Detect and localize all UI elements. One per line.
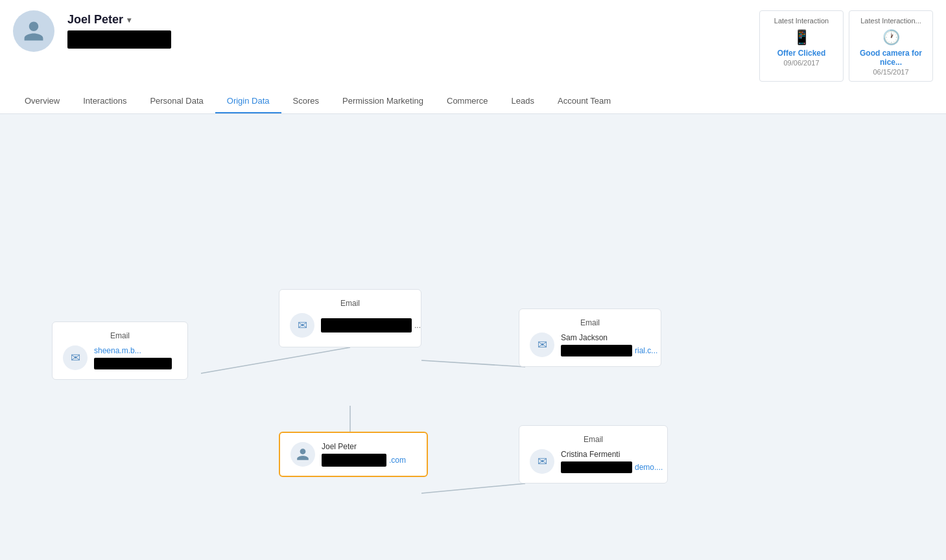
cristina-email-suffix: demo....: [635, 463, 663, 472]
user-name-heading[interactable]: Joel Peter ▾: [67, 13, 171, 27]
svg-line-0: [201, 347, 350, 373]
node-cristina-text: Cristina Fermenti demo....: [561, 450, 663, 473]
envelope-icon-2: ✉: [290, 313, 314, 338]
node-cristina-inner: ✉ Cristina Fermenti demo....: [530, 449, 657, 474]
node-joel-peter-text: Joel Peter .com: [322, 442, 406, 467]
header: Joel Peter ▾ Latest Interaction 📱 Offer …: [0, 0, 946, 114]
tab-leads[interactable]: Leads: [500, 89, 546, 113]
node-top-center[interactable]: Email ✉ ...: [279, 289, 421, 347]
node-sheena-inner: ✉ sheena.m.b...: [63, 345, 177, 370]
tab-commerce[interactable]: Commerce: [435, 89, 500, 113]
card-label-1: Good camera for nice...: [856, 49, 926, 67]
sheena-email-link[interactable]: sheena.m.b...: [94, 346, 172, 355]
joel-peter-name: Joel Peter: [322, 442, 406, 451]
user-name-text: Joel Peter: [67, 13, 123, 27]
node-sheena-text: sheena.m.b...: [94, 346, 172, 369]
tab-origin-data[interactable]: Origin Data: [215, 89, 281, 113]
card-title-0: Latest Interaction: [766, 16, 836, 25]
interaction-cards: Latest Interaction 📱 Offer Clicked 09/06…: [759, 10, 933, 82]
node-joel-peter-inner: Joel Peter .com: [290, 442, 416, 467]
node-sam-inner: ✉ Sam Jackson rial.c...: [530, 332, 650, 357]
tab-overview[interactable]: Overview: [13, 89, 71, 113]
top-center-email-partial: ...: [321, 318, 421, 332]
svg-line-3: [421, 484, 525, 493]
user-info: Joel Peter ▾: [67, 10, 171, 49]
node-sheena-label: Email: [63, 331, 177, 340]
person-avatar-node: [290, 442, 315, 467]
tab-personal-data[interactable]: Personal Data: [138, 89, 215, 113]
node-joel-peter[interactable]: Joel Peter .com: [279, 432, 428, 477]
card-title-1: Latest Interaction...: [856, 16, 926, 25]
nav-tabs: Overview Interactions Personal Data Orig…: [13, 89, 933, 113]
node-sam-jackson[interactable]: Email ✉ Sam Jackson rial.c...: [519, 309, 661, 367]
mobile-icon: 📱: [766, 29, 836, 46]
avatar: [13, 10, 54, 52]
node-top-center-inner: ✉ ...: [290, 313, 410, 338]
envelope-icon-3: ✉: [530, 332, 554, 357]
tab-account-team[interactable]: Account Team: [546, 89, 622, 113]
node-top-center-text: ...: [321, 318, 421, 332]
node-cristina-label: Email: [530, 435, 657, 444]
tab-permission-marketing[interactable]: Permission Marketing: [331, 89, 435, 113]
envelope-icon: ✉: [63, 345, 88, 370]
node-top-center-label: Email: [290, 299, 410, 308]
joel-email-suffix: .com: [389, 456, 406, 465]
card-label-0: Offer Clicked: [766, 49, 836, 58]
interaction-card-0[interactable]: Latest Interaction 📱 Offer Clicked 09/06…: [759, 10, 844, 82]
sheena-email-redacted: [94, 358, 172, 369]
svg-line-2: [421, 360, 525, 367]
diagram-container: Email ✉ sheena.m.b... Email ✉ ...: [26, 134, 920, 509]
ellipsis-dots: ...: [414, 321, 421, 330]
tab-scores[interactable]: Scores: [281, 89, 331, 113]
node-sam-text: Sam Jackson rial.c...: [561, 333, 657, 356]
chevron-down-icon: ▾: [127, 16, 131, 25]
card-date-1: 06/15/2017: [856, 68, 926, 76]
main-content: Email ✉ sheena.m.b... Email ✉ ...: [0, 114, 946, 542]
node-sheena[interactable]: Email ✉ sheena.m.b...: [52, 321, 188, 380]
cristina-name: Cristina Fermenti: [561, 450, 663, 459]
sam-jackson-name: Sam Jackson: [561, 333, 657, 342]
clock-icon: 🕐: [856, 29, 926, 46]
header-top: Joel Peter ▾ Latest Interaction 📱 Offer …: [13, 10, 933, 89]
name-redacted-bar: [67, 30, 171, 49]
sam-email-suffix: rial.c...: [635, 346, 657, 355]
envelope-icon-4: ✉: [530, 449, 554, 474]
person-icon-node: [296, 447, 310, 461]
person-icon: [22, 19, 45, 43]
node-cristina[interactable]: Email ✉ Cristina Fermenti demo....: [519, 425, 668, 484]
tab-interactions[interactable]: Interactions: [71, 89, 138, 113]
card-date-0: 09/06/2017: [766, 59, 836, 67]
interaction-card-1[interactable]: Latest Interaction... 🕐 Good camera for …: [849, 10, 933, 82]
node-sam-label: Email: [530, 318, 650, 327]
